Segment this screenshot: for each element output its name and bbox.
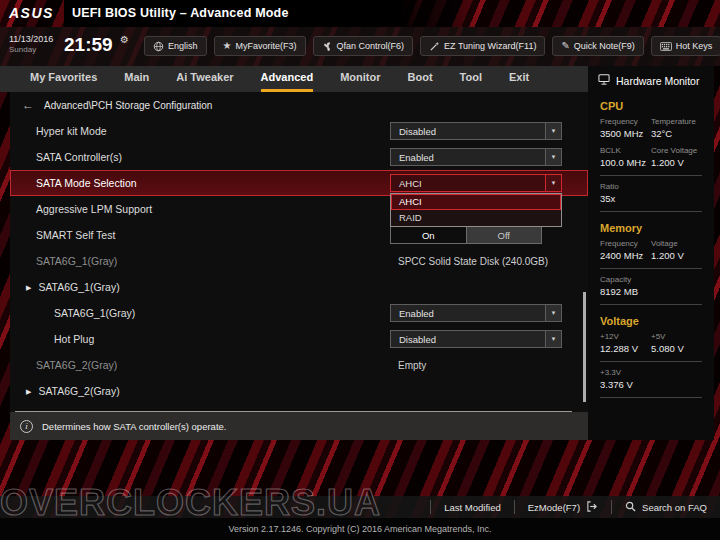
last-modified-label: Last Modified [444, 502, 501, 513]
search-on-faq-label: Search on FAQ [642, 502, 707, 513]
main-menu-bar: My Favorites Main Ai Tweaker Advanced Mo… [0, 66, 588, 92]
hot-keys-button[interactable]: Hot Keys [651, 36, 720, 56]
hw-group: Capacity 8192 MB [588, 272, 714, 301]
globe-icon [153, 41, 164, 52]
language-button[interactable]: English [144, 36, 207, 56]
search-icon [625, 501, 636, 514]
toggle-off-option[interactable]: Off [466, 227, 542, 243]
qfan-control-button[interactable]: Qfan Control(F6) [313, 36, 414, 56]
time-settings-gear-icon[interactable]: ⚙ [120, 34, 129, 45]
sata6g-2-device-value: Empty [398, 360, 426, 371]
hw-group: Frequency 3500 MHz Temperature 32°C [588, 114, 714, 143]
tab-exit[interactable]: Exit [509, 66, 529, 92]
hyper-kit-mode-dropdown[interactable]: Disabled ▼ [390, 122, 562, 140]
hw-metric: Voltage 1.200 V [651, 239, 702, 261]
settings-panel: ← Advanced\PCH Storage Configuration Hyp… [10, 92, 588, 412]
tab-monitor[interactable]: Monitor [340, 66, 380, 92]
chevron-down-icon: ▼ [545, 123, 561, 139]
setting-label: SATA6G_1(Gray) [38, 281, 119, 293]
toggle-on-option[interactable]: On [391, 227, 466, 243]
my-favorite-label: MyFavorite(F3) [236, 41, 297, 51]
hw-group: +12V 12.288 V +5V 5.080 V [588, 329, 714, 358]
setting-row-sata6g-1-expand[interactable]: ▶ SATA6G_1(Gray) [10, 274, 588, 300]
dropdown-value: Disabled [399, 334, 436, 345]
setting-label: Hot Plug [54, 333, 94, 345]
breadcrumb-label: Advanced\PCH Storage Configuration [44, 100, 212, 111]
setting-label: SATA Controller(s) [36, 151, 122, 163]
bottom-action-bar: Last Modified EzMode(F7) Search on FAQ [0, 496, 720, 518]
dropdown-option-raid[interactable]: RAID [391, 210, 561, 226]
dropdown-value: Enabled [399, 308, 434, 319]
setting-label: SATA Mode Selection [36, 177, 137, 189]
sidebar-section-cpu: CPU [588, 93, 714, 114]
tab-main[interactable]: Main [124, 66, 149, 92]
hot-plug-dropdown[interactable]: Disabled ▼ [390, 330, 562, 348]
smart-self-test-toggle[interactable]: On Off [390, 226, 542, 244]
setting-label: SATA6G_1(Gray) [36, 255, 117, 267]
setting-row-sata6g-1-enable[interactable]: SATA6G_1(Gray) Enabled ▼ [10, 300, 588, 326]
expand-arrow-icon: ▶ [26, 284, 31, 291]
pencil-icon: ✎ [561, 41, 569, 51]
setting-row-sata6g-1-info[interactable]: SATA6G_1(Gray) SPCC Solid State Disk (24… [10, 248, 588, 274]
wand-icon [429, 41, 440, 52]
setting-label: Aggressive LPM Support [36, 203, 152, 215]
language-label: English [168, 41, 198, 51]
tab-ai-tweaker[interactable]: Ai Tweaker [176, 66, 233, 92]
search-on-faq-button[interactable]: Search on FAQ [611, 500, 720, 514]
hw-metric: Frequency 2400 MHz [600, 239, 651, 261]
sata6g-1-device-value: SPCC Solid State Disk (240.0GB) [398, 256, 548, 267]
dropdown-value: Enabled [399, 152, 434, 163]
last-modified-button[interactable]: Last Modified [430, 500, 514, 514]
sidebar-section-voltage: Voltage [588, 308, 714, 329]
ezmode-button[interactable]: EzMode(F7) [514, 500, 611, 514]
tab-tool[interactable]: Tool [460, 66, 482, 92]
hw-metric: +12V 12.288 V [600, 332, 651, 354]
setting-row-sata6g-2-expand[interactable]: ▶ SATA6G_2(Gray) [10, 378, 588, 404]
hw-group: +3.3V 3.376 V [588, 365, 714, 394]
sata-mode-selection-dropdown[interactable]: AHCI ▼ [390, 174, 562, 192]
setting-row-hot-plug[interactable]: Hot Plug Disabled ▼ [10, 326, 588, 352]
ez-tuning-wizard-label: EZ Tuning Wizard(F11) [444, 41, 536, 51]
hw-metric: BCLK 100.0 MHz [600, 146, 651, 168]
ez-tuning-wizard-button[interactable]: EZ Tuning Wizard(F11) [420, 36, 545, 56]
setting-row-sata-controllers[interactable]: SATA Controller(s) Enabled ▼ [10, 144, 588, 170]
keyboard-icon [660, 42, 672, 51]
date-block: 11/13/2016 Sunday [9, 34, 53, 54]
info-icon: i [20, 420, 33, 433]
setting-row-sata6g-2-info[interactable]: SATA6G_2(Gray) Empty [10, 352, 588, 378]
hw-metric: Core Voltage 1.200 V [651, 146, 702, 168]
setting-label: Hyper kit Mode [36, 125, 107, 137]
hw-metric: +3.3V 3.376 V [600, 368, 651, 390]
sata6g-1-dropdown[interactable]: Enabled ▼ [390, 304, 562, 322]
scrollbar-thumb[interactable] [583, 292, 586, 402]
version-bar: Version 2.17.1246. Copyright (C) 2016 Am… [0, 518, 720, 540]
chevron-down-icon: ▼ [545, 149, 561, 165]
quick-note-button[interactable]: ✎ Quick Note(F9) [552, 36, 643, 56]
sata-controllers-dropdown[interactable]: Enabled ▼ [390, 148, 562, 166]
toolbar: English ★ MyFavorite(F3) Qfan Control(F6… [144, 36, 720, 56]
setting-row-hyper-kit-mode[interactable]: Hyper kit Mode Disabled ▼ [10, 118, 588, 144]
hw-metric: Frequency 3500 MHz [600, 117, 651, 139]
hw-group: Ratio 35x [588, 179, 714, 208]
dropdown-option-ahci[interactable]: AHCI [391, 194, 561, 210]
version-text: Version 2.17.1246. Copyright (C) 2016 Am… [228, 524, 491, 534]
help-text: Determines how SATA controller(s) operat… [42, 421, 226, 432]
qfan-control-label: Qfan Control(F6) [337, 41, 405, 51]
tab-boot[interactable]: Boot [408, 66, 433, 92]
hw-metric: +5V 5.080 V [651, 332, 702, 354]
ezmode-exit-icon [586, 501, 598, 514]
hw-metric: Ratio 35x [600, 182, 651, 204]
breadcrumb: ← Advanced\PCH Storage Configuration [10, 92, 588, 118]
hardware-monitor-title: Hardware Monitor [616, 75, 699, 87]
setting-label: SATA6G_1(Gray) [54, 307, 135, 319]
tab-advanced[interactable]: Advanced [261, 66, 314, 92]
divider [600, 268, 702, 269]
hot-keys-label: Hot Keys [676, 41, 713, 51]
tab-my-favorites[interactable]: My Favorites [30, 66, 97, 92]
my-favorite-button[interactable]: ★ MyFavorite(F3) [214, 36, 306, 56]
dropdown-value: AHCI [399, 178, 422, 189]
sidebar-section-memory: Memory [588, 215, 714, 236]
chevron-down-icon: ▼ [545, 331, 561, 347]
back-arrow-icon[interactable]: ← [22, 98, 34, 112]
expand-arrow-icon: ▶ [26, 388, 31, 395]
